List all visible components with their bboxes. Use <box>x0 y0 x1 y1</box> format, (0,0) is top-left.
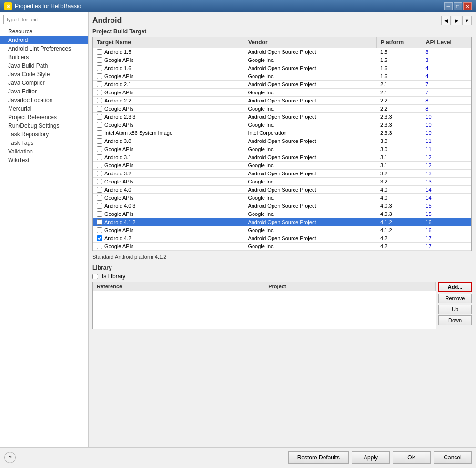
sidebar-item[interactable]: WikiText <box>0 156 88 164</box>
row-checkbox[interactable] <box>97 244 102 249</box>
platform-cell: 3.2 <box>376 170 422 178</box>
table-row[interactable]: Google APIsGoogle Inc.2.3.310 <box>93 121 471 129</box>
target-name-cell: Android 2.2 <box>93 97 244 105</box>
sidebar-item[interactable]: Mercurial <box>0 104 88 113</box>
table-row[interactable]: Google APIsGoogle Inc.4.217 <box>93 243 471 251</box>
row-checkbox[interactable] <box>97 57 102 63</box>
table-row[interactable]: Google APIsGoogle Inc.2.17 <box>93 89 471 97</box>
vendor-cell: Android Open Source Project <box>244 81 376 89</box>
table-row[interactable]: Android 3.1Android Open Source Project3.… <box>93 153 471 162</box>
table-row[interactable]: Android 4.2Android Open Source Project4.… <box>93 234 471 243</box>
row-checkbox[interactable] <box>97 235 102 241</box>
row-checkbox[interactable] <box>97 203 102 209</box>
row-checkbox[interactable] <box>97 138 102 144</box>
sidebar-item[interactable]: Run/Debug Settings <box>0 122 88 130</box>
close-button[interactable]: ✕ <box>463 2 472 10</box>
row-checkbox[interactable] <box>97 219 102 225</box>
up-button[interactable]: Up <box>438 305 472 314</box>
row-checkbox[interactable] <box>97 171 102 176</box>
target-name-cell: Google APIs <box>93 89 244 97</box>
row-checkbox[interactable] <box>97 114 102 120</box>
sidebar-item[interactable]: Java Editor <box>0 87 88 96</box>
row-checkbox[interactable] <box>97 65 102 71</box>
table-row[interactable]: Google APIsGoogle Inc.1.64 <box>93 72 471 81</box>
maximize-button[interactable]: □ <box>454 2 462 10</box>
vendor-cell: Android Open Source Project <box>244 113 376 121</box>
is-library-checkbox[interactable] <box>92 274 98 279</box>
row-checkbox[interactable] <box>97 146 102 152</box>
row-checkbox[interactable] <box>97 106 102 112</box>
sidebar-item[interactable]: Builders <box>0 53 88 61</box>
table-row[interactable]: Google APIsGoogle Inc.2.28 <box>93 105 471 113</box>
table-row[interactable]: Google APIsGoogle Inc.3.011 <box>93 145 471 153</box>
api-level-cell: 3 <box>422 56 471 64</box>
row-checkbox[interactable] <box>97 49 102 55</box>
ok-button[interactable]: OK <box>393 451 431 464</box>
row-checkbox[interactable] <box>97 122 102 128</box>
row-checkbox[interactable] <box>97 73 102 79</box>
row-checkbox[interactable] <box>97 130 102 136</box>
table-row[interactable]: Google APIsGoogle Inc.1.53 <box>93 56 471 64</box>
forward-button[interactable]: ▶ <box>452 16 461 25</box>
table-row[interactable]: Android 2.3.3Android Open Source Project… <box>93 113 471 121</box>
api-level-cell: 15 <box>422 202 471 210</box>
table-row[interactable]: Google APIsGoogle Inc.4.014 <box>93 194 471 202</box>
row-checkbox[interactable] <box>97 163 102 168</box>
table-row[interactable]: Google APIsGoogle Inc.4.1.216 <box>93 226 471 234</box>
sidebar-item[interactable]: Android <box>0 36 88 44</box>
nav-dropdown-button[interactable]: ▼ <box>462 16 472 25</box>
cancel-button[interactable]: Cancel <box>434 451 472 464</box>
table-row[interactable]: Android 3.0Android Open Source Project3.… <box>93 137 471 145</box>
row-checkbox[interactable] <box>97 187 102 193</box>
add-button[interactable]: Add... <box>438 282 472 292</box>
minimize-button[interactable]: ─ <box>444 2 453 10</box>
filter-input[interactable] <box>3 15 85 24</box>
row-checkbox[interactable] <box>97 81 102 87</box>
apply-button[interactable]: Apply <box>352 451 390 464</box>
sidebar-item[interactable]: Java Build Path <box>0 61 88 70</box>
table-row[interactable]: Android 2.2Android Open Source Project2.… <box>93 97 471 105</box>
sidebar-item[interactable]: Resource <box>0 27 88 36</box>
target-name-cell: Android 4.0.3 <box>93 202 244 210</box>
down-button[interactable]: Down <box>438 315 472 325</box>
sidebar-item[interactable]: Task Repository <box>0 130 88 139</box>
back-button[interactable]: ◀ <box>441 16 451 25</box>
table-row[interactable]: Google APIsGoogle Inc.3.112 <box>93 162 471 170</box>
row-checkbox[interactable] <box>97 211 102 217</box>
sidebar-item[interactable]: Project References <box>0 113 88 122</box>
sidebar-item[interactable]: Android Lint Preferences <box>0 44 88 53</box>
title-bar: ⚙ Properties for HelloBaasio ─ □ ✕ <box>0 0 476 12</box>
table-row[interactable]: Android 1.6Android Open Source Project1.… <box>93 64 471 72</box>
sidebar-item[interactable]: Validation <box>0 147 88 156</box>
remove-button[interactable]: Remove <box>438 294 472 303</box>
sidebar-item[interactable]: Task Tags <box>0 139 88 147</box>
table-row[interactable]: Android 4.1.2Android Open Source Project… <box>93 218 471 226</box>
row-checkbox[interactable] <box>97 179 102 184</box>
sidebar-item[interactable]: Javadoc Location <box>0 96 88 104</box>
build-target-table: Target Name Vendor Platform API Level An… <box>93 37 471 251</box>
table-row[interactable]: Android 4.0.3Android Open Source Project… <box>93 202 471 210</box>
sidebar-item[interactable]: Java Compiler <box>0 79 88 87</box>
table-row[interactable]: Intel Atom x86 System ImageIntel Corpora… <box>93 129 471 137</box>
row-checkbox[interactable] <box>97 98 102 103</box>
row-checkbox[interactable] <box>97 227 102 233</box>
table-row[interactable]: Android 3.2Android Open Source Project3.… <box>93 170 471 178</box>
row-checkbox[interactable] <box>97 90 102 95</box>
table-row[interactable]: Android 1.5Android Open Source Project1.… <box>93 48 471 56</box>
table-row[interactable]: Google APIsGoogle Inc.4.0.315 <box>93 210 471 218</box>
sidebar-item[interactable]: Java Code Style <box>0 70 88 79</box>
table-row[interactable]: Android 2.1Android Open Source Project2.… <box>93 81 471 89</box>
platform-cell: 3.0 <box>376 145 422 153</box>
vendor-cell: Android Open Source Project <box>244 234 376 243</box>
platform-cell: 1.5 <box>376 56 422 64</box>
help-button[interactable]: ? <box>4 452 16 463</box>
row-checkbox[interactable] <box>97 195 102 201</box>
target-name-cell: Android 3.2 <box>93 170 244 178</box>
row-checkbox[interactable] <box>97 154 102 160</box>
table-row[interactable]: Google APIsGoogle Inc.3.213 <box>93 178 471 186</box>
platform-cell: 1.6 <box>376 64 422 72</box>
table-row[interactable]: Android 4.0Android Open Source Project4.… <box>93 186 471 194</box>
restore-defaults-button[interactable]: Restore Defaults <box>288 451 349 464</box>
col-api-level: API Level <box>422 37 471 48</box>
platform-cell: 4.0.3 <box>376 202 422 210</box>
